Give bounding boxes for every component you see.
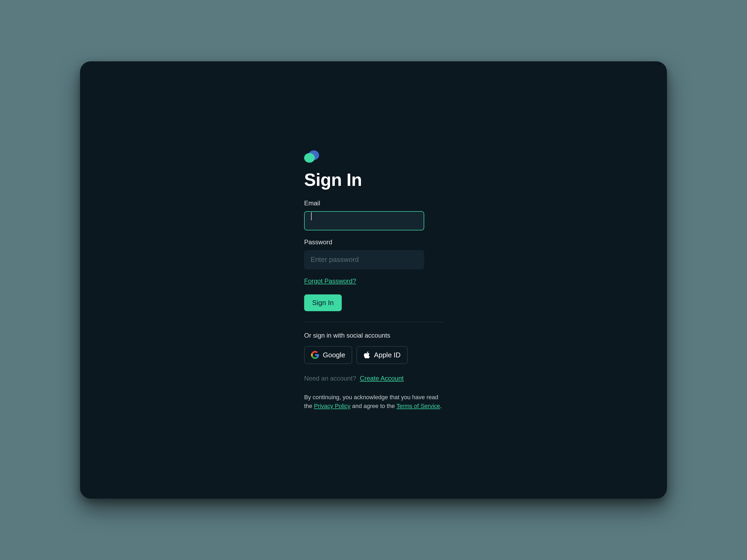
google-icon [311, 351, 319, 359]
need-account-text: Need an account? [304, 375, 356, 382]
legal-text: By continuing, you acknowledge that you … [304, 393, 443, 410]
sign-in-window: Sign In Email Password Forgot Password? … [80, 61, 667, 499]
legal-mid: and agree to the [351, 403, 396, 409]
apple-sign-in-button[interactable]: Apple ID [356, 346, 408, 364]
password-field[interactable] [304, 250, 424, 269]
legal-post: . [440, 403, 442, 409]
privacy-policy-link[interactable]: Privacy Policy [314, 403, 351, 409]
create-account-link[interactable]: Create Account [360, 375, 404, 382]
text-cursor-icon [311, 212, 312, 220]
logo-circle-left-icon [304, 153, 315, 163]
google-button-label: Google [323, 351, 345, 359]
google-sign-in-button[interactable]: Google [304, 346, 352, 364]
page-title: Sign In [304, 169, 362, 190]
social-buttons-row: Google Apple ID [304, 346, 408, 364]
email-label: Email [304, 199, 320, 207]
sign-in-button[interactable]: Sign In [304, 294, 342, 311]
apple-icon [363, 351, 370, 359]
brand-logo [304, 150, 320, 163]
sign-in-form: Sign In Email Password Forgot Password? … [304, 150, 443, 410]
terms-of-service-link[interactable]: Terms of Service [396, 403, 440, 409]
password-label: Password [304, 238, 332, 246]
forgot-password-link[interactable]: Forgot Password? [304, 277, 356, 285]
apple-button-label: Apple ID [374, 351, 401, 359]
email-field[interactable] [304, 211, 424, 231]
create-account-row: Need an account? Create Account [304, 375, 404, 382]
social-section-label: Or sign in with social accounts [304, 332, 390, 339]
